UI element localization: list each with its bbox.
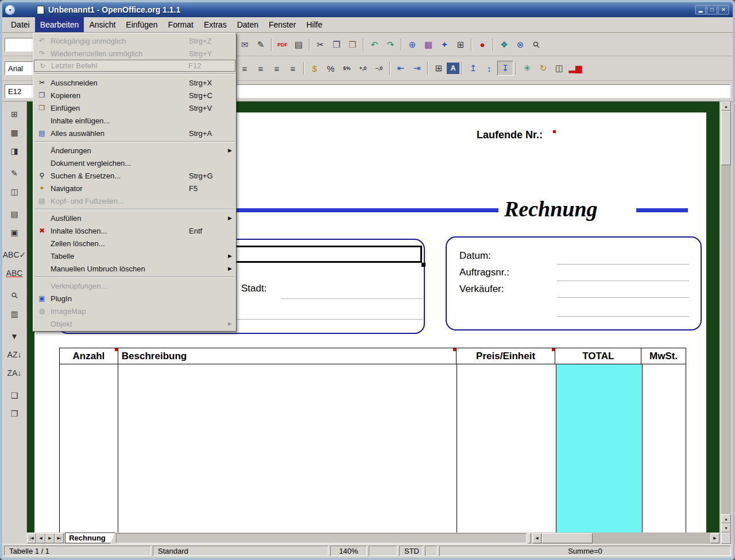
borders-icon[interactable]: ⊞ bbox=[431, 61, 447, 76]
insert-frame-icon[interactable]: ⊞ bbox=[452, 37, 469, 52]
tab-last-button[interactable]: ▶| bbox=[55, 533, 64, 543]
undo-icon[interactable]: ↶ bbox=[366, 37, 382, 52]
autospellcheck-icon[interactable]: ABC bbox=[6, 265, 22, 281]
record-macro-icon[interactable]: ● bbox=[474, 37, 490, 52]
menu-item-select-all[interactable]: ▤ Alles auswählen Strg+A bbox=[34, 127, 235, 139]
menu-datei[interactable]: Datei bbox=[6, 17, 35, 32]
print-icon[interactable]: ▤ bbox=[291, 37, 307, 52]
maximize-button[interactable]: □ bbox=[707, 5, 717, 14]
edit-file-icon[interactable]: ✎ bbox=[253, 37, 269, 52]
menu-item-find-replace[interactable]: ⚲ Suchen & Ersetzen... Strg+G bbox=[34, 169, 235, 182]
menu-item-changes[interactable]: Änderungen ▶ bbox=[34, 144, 235, 157]
menu-item-paste[interactable]: ❒ Einfügen Strg+V bbox=[34, 102, 235, 114]
align-middle-icon[interactable]: ↕ bbox=[481, 61, 497, 76]
menu-item-plugin[interactable]: ▣ PlugIn bbox=[34, 292, 235, 305]
increase-indent-icon[interactable]: ⇥ bbox=[409, 61, 425, 76]
menu-ansicht[interactable]: Ansicht bbox=[84, 17, 121, 32]
menu-item-delete-contents[interactable]: ✖ Inhalte löschen... Entf bbox=[34, 224, 235, 237]
scroll-left-button[interactable]: ◀ bbox=[532, 533, 541, 543]
split-window-icon[interactable]: ◫ bbox=[551, 61, 567, 76]
align-left-icon[interactable]: ≡ bbox=[237, 61, 253, 76]
sort-descending-icon[interactable]: ZA↓ bbox=[6, 365, 22, 380]
cut-icon[interactable]: ✂ bbox=[312, 37, 328, 52]
scroll-up-button[interactable]: ▲ bbox=[721, 102, 731, 111]
insert-chart-icon[interactable]: ▂▆ bbox=[567, 61, 583, 76]
standard-format-icon[interactable]: $% bbox=[339, 61, 355, 76]
tab-prev-button[interactable]: ◀ bbox=[36, 533, 45, 543]
align-bottom-icon[interactable]: ↧ bbox=[497, 61, 513, 76]
redo-icon[interactable]: ↷ bbox=[382, 37, 399, 52]
mail-icon[interactable]: ✉ bbox=[237, 37, 253, 52]
menu-fenster[interactable]: Fenster bbox=[264, 17, 301, 32]
menu-item-delete-manual-break[interactable]: Manuellen Umbruch löschen ▶ bbox=[34, 262, 235, 275]
insert-icon[interactable]: ⊞ bbox=[6, 106, 22, 122]
delete-decimal-icon[interactable]: −,0 bbox=[371, 61, 387, 76]
vertical-scrollbar[interactable]: ▲ ▲ ▼ bbox=[721, 102, 731, 532]
insert-cells-icon[interactable]: ▦ bbox=[6, 125, 22, 140]
menu-extras[interactable]: Extras bbox=[199, 17, 232, 32]
sheet-tab-rechnung[interactable]: Rechnung bbox=[65, 532, 115, 543]
menu-item-compare-document[interactable]: Dokument vergleichen... bbox=[34, 157, 235, 169]
header-preis-einheit[interactable]: Preis/Einheit bbox=[457, 348, 556, 364]
autoformat-icon[interactable]: ▤ bbox=[6, 206, 22, 221]
menu-item-fill[interactable]: Ausfüllen ▶ bbox=[34, 212, 235, 224]
header-mwst[interactable]: MwSt. bbox=[641, 348, 686, 364]
align-right-icon[interactable]: ≡ bbox=[269, 61, 285, 76]
menu-item-navigator[interactable]: ✦ Navigator F5 bbox=[34, 182, 235, 195]
menu-hilfe[interactable]: Hilfe bbox=[301, 17, 327, 32]
zoom-icon[interactable]: ⚲ bbox=[525, 33, 547, 55]
selection-handle[interactable] bbox=[421, 263, 425, 267]
horizontal-scrollbar[interactable]: ◀ ▶ bbox=[532, 532, 719, 544]
status-insert-mode[interactable] bbox=[369, 546, 397, 556]
menu-format[interactable]: Format bbox=[163, 17, 199, 32]
autofilter-icon[interactable]: ▼ bbox=[6, 328, 22, 344]
sort-ascending-icon[interactable]: AZ↓ bbox=[6, 347, 22, 362]
tab-scroll-splitter[interactable] bbox=[528, 533, 531, 543]
gallery-icon[interactable]: ▦ bbox=[420, 37, 436, 52]
spellcheck-icon[interactable]: ABC✓ bbox=[6, 247, 22, 262]
scroll-up-button-2[interactable]: ▲ bbox=[721, 514, 731, 523]
close-button[interactable]: ✕ bbox=[718, 5, 729, 14]
add-decimal-icon[interactable]: +,0 bbox=[355, 61, 371, 76]
group-icon[interactable]: ❑ bbox=[6, 387, 22, 403]
minimize-button[interactable]: ▂ bbox=[695, 5, 706, 14]
paste-icon[interactable]: ❒ bbox=[345, 37, 361, 52]
align-justify-icon[interactable]: ≡ bbox=[285, 61, 301, 76]
menu-item-sheet[interactable]: Tabelle ▶ bbox=[34, 250, 235, 262]
vertical-scroll-thumb[interactable] bbox=[721, 111, 731, 165]
currency-format-icon[interactable]: $ bbox=[307, 61, 323, 76]
insert-cells-icon[interactable]: ✳ bbox=[519, 61, 535, 76]
scroll-right-button[interactable]: ▶ bbox=[710, 533, 719, 543]
hyperlink-icon[interactable]: ⊕ bbox=[404, 37, 420, 52]
find-replace-icon[interactable]: ⚲ bbox=[3, 284, 26, 306]
menu-einfuegen[interactable]: Einfügen bbox=[121, 17, 163, 32]
background-color-icon[interactable]: A bbox=[447, 63, 459, 74]
tab-next-button[interactable]: ▶ bbox=[45, 533, 55, 543]
header-anzahl[interactable]: Anzahl bbox=[60, 348, 118, 364]
status-zoom[interactable]: 140% bbox=[330, 546, 367, 556]
choose-themes-icon[interactable]: ▣ bbox=[6, 224, 22, 240]
window-menu-button[interactable]: ▾ bbox=[5, 5, 15, 15]
menu-item-cut[interactable]: ✂ Ausschneiden Strg+X bbox=[34, 76, 235, 89]
header-total[interactable]: TOTAL bbox=[555, 348, 641, 364]
tab-first-button[interactable]: |◀ bbox=[27, 533, 36, 543]
align-center-icon[interactable]: ≡ bbox=[253, 61, 269, 76]
percent-format-icon[interactable]: % bbox=[323, 61, 339, 76]
scroll-down-button[interactable]: ▼ bbox=[721, 523, 731, 532]
form-functions-icon[interactable]: ◫ bbox=[6, 184, 22, 199]
insert-object-icon[interactable]: ◨ bbox=[6, 143, 22, 158]
navigator-icon[interactable]: ✦ bbox=[436, 37, 452, 52]
copy-icon[interactable]: ❐ bbox=[328, 37, 345, 52]
draw-functions-icon[interactable]: ✎ bbox=[6, 165, 22, 181]
header-beschreibung[interactable]: Beschreibung bbox=[118, 348, 457, 364]
menu-item-paste-special[interactable]: Inhalte einfügen... bbox=[34, 114, 235, 127]
data-sources-icon[interactable]: ▥ bbox=[6, 306, 22, 321]
items-table-body[interactable] bbox=[59, 364, 686, 532]
menu-daten[interactable]: Daten bbox=[232, 17, 264, 32]
status-selection-mode[interactable]: STD bbox=[399, 546, 423, 556]
decrease-indent-icon[interactable]: ⇤ bbox=[393, 61, 409, 76]
choose-theme-icon[interactable]: ❖ bbox=[496, 37, 512, 52]
align-top-icon[interactable]: ↥ bbox=[465, 61, 481, 76]
update-icon[interactable]: ↻ bbox=[535, 61, 551, 76]
menu-item-copy[interactable]: ❐ Kopieren Strg+C bbox=[34, 89, 235, 102]
